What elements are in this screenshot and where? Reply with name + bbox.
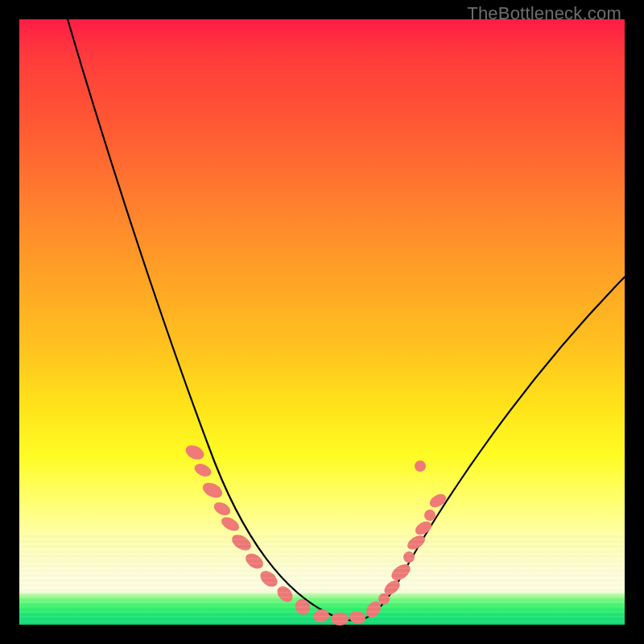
marker-dot [212, 500, 233, 518]
marker-dot [292, 597, 313, 617]
marker-dot [389, 561, 413, 584]
marker-dot [349, 609, 367, 625]
marker-dot [427, 491, 448, 510]
marker-dot [192, 461, 213, 479]
marker-dot [184, 443, 207, 463]
chart-frame: TheBottleneck.com [0, 0, 644, 644]
marker-dot [219, 514, 242, 534]
bottleneck-curve-line [68, 19, 625, 621]
marker-dot [312, 608, 331, 624]
marker-dot [275, 583, 296, 605]
marker-dot [413, 518, 434, 537]
marker-dot [331, 613, 349, 625]
marker-dot [415, 460, 426, 472]
marker-dot [200, 480, 225, 501]
marker-dot [403, 551, 415, 563]
marker-dot [378, 593, 390, 605]
chart-plot-area [19, 19, 625, 625]
chart-svg [19, 19, 625, 625]
marker-dot [424, 510, 436, 521]
watermark-text: TheBottleneck.com [467, 3, 621, 24]
